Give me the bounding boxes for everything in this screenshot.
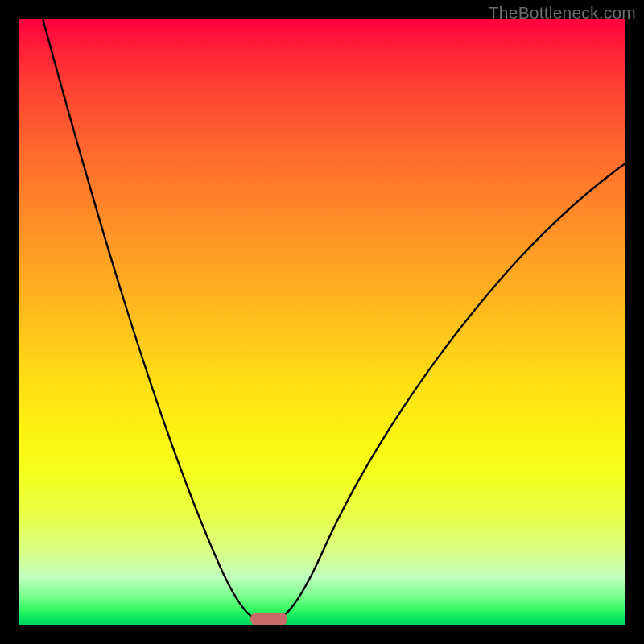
chart-frame: TheBottleneck.com xyxy=(0,0,644,644)
bottleneck-curve xyxy=(19,19,625,625)
plot-area xyxy=(19,19,625,625)
watermark-text: TheBottleneck.com xyxy=(489,3,636,23)
minimum-marker xyxy=(250,613,287,625)
